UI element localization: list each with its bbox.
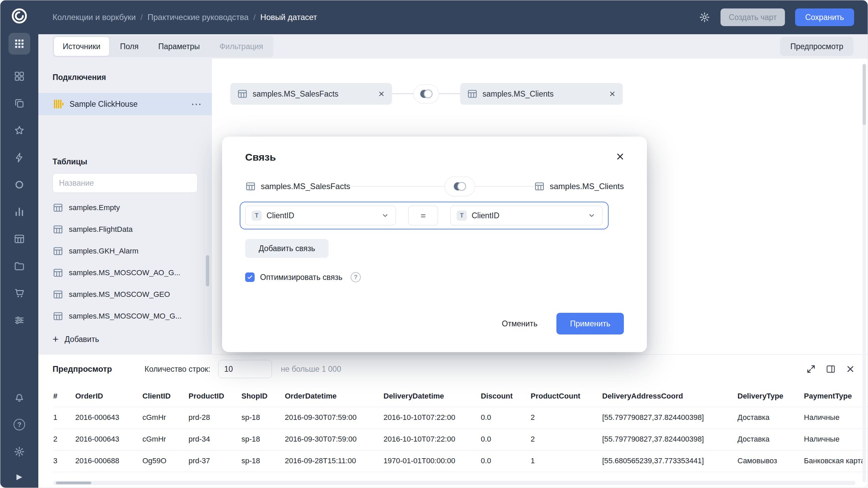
dataset-tabs: Источники Поля Параметры Фильтрация — [53, 36, 273, 57]
field-type-icon: T — [252, 210, 262, 221]
help-icon: ? — [14, 419, 25, 430]
table-list-item[interactable]: samples.MS_MOSCOW_MO_G... — [38, 305, 212, 327]
join-venn-icon — [418, 88, 435, 100]
dataset-table-chip-left[interactable]: samples.MS_SalesFacts — [230, 83, 392, 105]
cell: [55.797790827,37.824400398] — [602, 428, 737, 450]
operator-select[interactable]: = — [408, 206, 438, 225]
table-name: samples.MS_MOSCOW_MO_G... — [69, 312, 182, 321]
optimize-checkbox[interactable] — [245, 272, 255, 282]
nav-favorites-button[interactable] — [10, 121, 29, 140]
left-field-select[interactable]: T ClientID — [245, 206, 396, 225]
cell: Наличные — [804, 428, 868, 450]
nav-marketplace-button[interactable] — [10, 284, 29, 303]
row-count-hint: не больше 1 000 — [281, 365, 341, 374]
table-list-item[interactable]: samples.GKH_Alarm — [38, 240, 212, 262]
horizontal-scrollbar[interactable] — [53, 481, 855, 485]
create-chart-button[interactable]: Создать чарт — [721, 8, 785, 26]
nav-monitoring-button[interactable] — [10, 175, 29, 194]
nav-notifications-button[interactable] — [10, 388, 29, 407]
dataset-table-chip-right[interactable]: samples.MS_Clients — [460, 83, 623, 105]
breadcrumb-item-guides[interactable]: Практические руководства — [147, 13, 249, 22]
table-list-item[interactable]: samples.MS_MOSCOW_AO_G... — [38, 262, 212, 284]
nav-settings-button[interactable] — [10, 442, 29, 461]
datalens-logo[interactable] — [10, 6, 29, 25]
app-sidebar: ? ▶ — [0, 0, 38, 488]
sources-panel: Подключения Sample ClickHouse ⋯ Таблицы … — [38, 59, 212, 354]
join-type-indicator[interactable] — [413, 84, 439, 103]
save-button[interactable]: Сохранить — [795, 8, 854, 26]
table-list-item[interactable]: samples.Empty — [38, 197, 212, 219]
preview-layout-button[interactable] — [826, 364, 836, 374]
expand-sidebar-button[interactable]: ▶ — [10, 470, 29, 484]
cancel-button[interactable]: Отменить — [502, 319, 537, 328]
add-relation-button[interactable]: Добавить связь — [245, 239, 329, 258]
tables-search-input[interactable] — [53, 173, 198, 193]
tab-sources[interactable]: Источники — [54, 37, 109, 56]
right-field-select[interactable]: T ClientID — [450, 206, 603, 225]
column-header: OrderID — [75, 386, 142, 407]
cell: sp-18 — [241, 407, 285, 428]
remove-table-button[interactable] — [378, 90, 385, 98]
column-header: ProductCount — [531, 386, 602, 407]
nav-collections-button[interactable] — [10, 94, 29, 113]
preview-toggle-button[interactable]: Предпросмотр — [780, 37, 853, 56]
close-icon — [378, 90, 385, 98]
nav-help-button[interactable]: ? — [10, 415, 29, 434]
preview-header-row: # OrderID ClientID ProductID ShopID Orde… — [53, 386, 868, 407]
horizontal-scrollbar-thumb[interactable] — [56, 482, 91, 484]
nav-charts-button[interactable] — [10, 202, 29, 221]
table-list-item[interactable]: samples.FlightData — [38, 219, 212, 240]
tables-scrollbar[interactable] — [206, 255, 209, 286]
cell: 2016-000643 — [75, 407, 142, 428]
nav-dashboards-button[interactable] — [10, 67, 29, 86]
nav-editor-button[interactable] — [10, 148, 29, 167]
help-icon[interactable]: ? — [351, 272, 361, 282]
connection-menu-button[interactable]: ⋯ — [191, 99, 202, 109]
table-name: samples.Empty — [69, 203, 120, 212]
expand-preview-button[interactable] — [806, 364, 816, 374]
apps-grid-button[interactable] — [8, 33, 30, 55]
cell: 2016-09-28T15:11:00 — [285, 450, 383, 472]
plus-icon: + — [53, 334, 59, 344]
cell: 0.0 — [481, 428, 531, 450]
dataset-settings-button[interactable] — [699, 12, 710, 23]
ring-icon — [14, 179, 25, 190]
left-table: samples.MS_SalesFacts — [245, 181, 350, 192]
connection-item[interactable]: Sample ClickHouse ⋯ — [38, 93, 212, 115]
dialog-footer: Отменить Применить — [502, 313, 624, 334]
tab-fields[interactable]: Поля — [111, 37, 147, 56]
right-table-name: samples.MS_Clients — [550, 182, 624, 191]
connection-name: Sample ClickHouse — [70, 100, 138, 109]
nav-datasets-button[interactable] — [10, 229, 29, 248]
tab-parameters[interactable]: Параметры — [150, 37, 209, 56]
tab-bar: Источники Поля Параметры Фильтрация Пред… — [38, 34, 868, 59]
cell: Og59O — [142, 450, 189, 472]
top-header: Коллекции и воркбуки / Практические руко… — [38, 0, 868, 34]
nav-services-button[interactable] — [10, 311, 29, 330]
dialog-close-button[interactable] — [615, 151, 625, 162]
join-type-toggle[interactable] — [445, 177, 475, 196]
cell: 0.0 — [481, 450, 531, 472]
column-header: ClientID — [142, 386, 189, 407]
close-preview-button[interactable] — [845, 364, 855, 374]
apply-button[interactable]: Применить — [556, 313, 624, 334]
vertical-scrollbar[interactable] — [863, 63, 866, 482]
remove-table-button[interactable] — [609, 90, 616, 98]
table-icon — [534, 181, 545, 192]
table-icon — [53, 289, 63, 300]
breadcrumb-separator: / — [140, 13, 143, 22]
play-icon: ▶ — [17, 472, 22, 481]
table-name: samples.FlightData — [69, 225, 133, 234]
sidebar-nav — [10, 67, 29, 330]
table-list-item[interactable]: samples.MS_MOSCOW_GEO — [38, 284, 212, 305]
vertical-scrollbar-thumb[interactable] — [863, 64, 866, 125]
table-icon — [467, 88, 478, 99]
add-table-button[interactable]: + Добавить — [38, 328, 212, 350]
table-icon — [245, 181, 256, 192]
row-count-input[interactable] — [218, 360, 272, 378]
widgets-icon — [14, 70, 25, 82]
right-table: samples.MS_Clients — [534, 181, 624, 192]
nav-storage-button[interactable] — [10, 257, 29, 276]
cell: [55.797790827,37.824400398] — [602, 407, 737, 428]
breadcrumb-item-collections[interactable]: Коллекции и воркбуки — [53, 13, 136, 22]
